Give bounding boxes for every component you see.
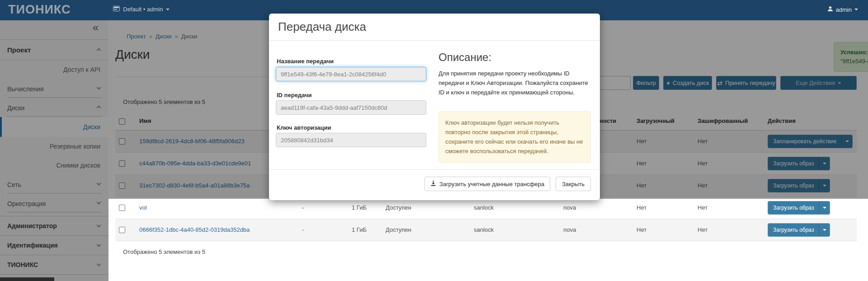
sidebar: « Проект Доступ к API Вычисления Диски Д…	[0, 20, 108, 281]
filter-button[interactable]: Фильтр	[633, 76, 659, 90]
sidebar-item-compute[interactable]: Вычисления	[7, 79, 101, 98]
table-row: 0666f352-1dbc-4a40-85d2-0319da352dba - 1…	[115, 219, 857, 241]
sidebar-item-backups[interactable]: Резервные копии	[0, 137, 108, 156]
volume-name-link[interactable]: 159df8cd-2619-4dc8-bf06-48f5fa906d23	[139, 138, 245, 145]
sidebar-item-volumes-group[interactable]: Диски	[7, 98, 101, 117]
cell-size: 1 ГиБ	[348, 219, 382, 241]
chevron-up-icon	[97, 48, 101, 52]
cell-bootable: Нет	[633, 174, 694, 197]
auth-key-input[interactable]	[276, 133, 426, 147]
breadcrumb-separator: »	[149, 33, 152, 40]
sidebar-section-project-label: Проект	[7, 46, 31, 54]
row-checkbox[interactable]	[119, 138, 125, 145]
sidebar-item-snapshots-label: Снимки дисков	[56, 162, 100, 169]
auth-key-label: Ключ авторизации	[277, 124, 331, 131]
sidebar-item-orchestration[interactable]: Оркестрация	[7, 194, 101, 213]
sidebar-item-backups-label: Резервные копии	[50, 143, 100, 150]
create-volume-button[interactable]: + Создать диск	[663, 76, 712, 90]
sidebar-item-compute-label: Вычисления	[7, 85, 44, 93]
chevron-down-icon	[97, 181, 101, 186]
modal-close-button[interactable]: Закрыть	[556, 177, 591, 191]
cell-encrypted: Нет	[694, 219, 764, 241]
column-header-bootable[interactable]: Загрузочный	[633, 112, 694, 130]
page-title: Диски	[115, 47, 150, 62]
row-action-button[interactable]: Загрузить образ	[768, 179, 819, 192]
chevron-up-icon	[97, 105, 101, 110]
row-action-button[interactable]: Запланировать действие	[768, 135, 841, 148]
select-all-checkbox[interactable]	[119, 118, 125, 125]
volume-name-link[interactable]: 31ec7302-d830-4e6f-b5a4-a01a88b3e75a	[139, 182, 250, 189]
transfer-disk-modal: Передача диска Название передачи ID пере…	[269, 14, 600, 200]
row-checkbox[interactable]	[119, 205, 125, 211]
breadcrumb: Проект»Диски»Диски	[127, 33, 197, 40]
transfer-id-label: ID передачи	[277, 92, 312, 98]
download-credentials-button[interactable]: Загрузить учетные данные трансфера	[425, 177, 550, 191]
project-context-label: Default • admin	[123, 6, 163, 13]
transfer-name-input[interactable]	[276, 67, 426, 81]
column-header-actions: Действия	[764, 112, 857, 130]
sidebar-item-network[interactable]: Сеть	[7, 175, 101, 194]
more-actions-button[interactable]: Еще Действия	[780, 76, 857, 90]
sidebar-item-api-access[interactable]: Доступ к API	[0, 60, 108, 79]
items-count-top: Отображено 5 элементов из 5	[123, 98, 205, 105]
chevron-down-icon	[823, 185, 826, 187]
user-menu[interactable]: admin	[827, 6, 858, 13]
sidebar-item-volumes-active[interactable]: Диски	[0, 117, 108, 137]
row-action-caret[interactable]	[819, 157, 830, 170]
row-checkbox[interactable]	[119, 183, 125, 189]
chevron-down-icon	[97, 85, 101, 90]
volume-name-link[interactable]: 0666f352-1dbc-4a40-85d2-0319da352dba	[139, 226, 250, 233]
breadcrumb-separator: »	[175, 33, 178, 40]
chevron-down-icon	[97, 200, 101, 205]
row-action-caret[interactable]	[819, 201, 830, 214]
breadcrumb-current: Диски	[181, 33, 198, 40]
breadcrumb-project[interactable]: Проект	[127, 33, 146, 40]
row-action-caret[interactable]	[819, 224, 830, 236]
project-card-icon	[113, 6, 120, 13]
cell-encrypted: Нет	[694, 197, 764, 219]
row-action-caret[interactable]	[841, 135, 852, 148]
sidebar-item-snapshots[interactable]: Снимки дисков	[0, 156, 108, 175]
accept-transfer-button[interactable]: ⇄ Принять передачу	[716, 76, 776, 90]
row-action-button[interactable]: Загрузить образ	[768, 224, 819, 236]
transfer-arrows-icon: ⇄	[717, 80, 722, 87]
sidebar-section-admin[interactable]: Администратор	[0, 216, 108, 236]
download-icon	[430, 180, 436, 187]
sidebar-section-tionix[interactable]: ТИОНИКС	[0, 255, 108, 275]
sidebar-section-admin-label: Администратор	[7, 222, 57, 229]
transfer-id-input[interactable]	[276, 100, 426, 115]
cell-bootable: Нет	[633, 219, 694, 241]
sidebar-collapse-icon[interactable]: «	[93, 21, 99, 34]
row-checkbox[interactable]	[119, 227, 125, 233]
chevron-down-icon	[823, 229, 826, 231]
items-count-bottom: Отображено 5 элементов из 5	[123, 248, 205, 255]
sidebar-section-project[interactable]: Проект	[0, 40, 108, 60]
chevron-down-icon	[166, 9, 170, 10]
row-action-button[interactable]: Загрузить образ	[768, 201, 819, 214]
sidebar-item-orchestration-label: Оркестрация	[7, 200, 46, 207]
cell-encrypted: Нет	[694, 130, 764, 152]
notification-title: Успешно:	[840, 49, 868, 56]
download-credentials-label: Загрузить учетные данные трансфера	[439, 181, 544, 187]
row-action-button[interactable]: Загрузить образ	[768, 157, 819, 170]
auth-key-warning: Ключ авторизации будет нельзя получить п…	[439, 111, 591, 163]
description-heading: Описание:	[439, 51, 491, 64]
sidebar-item-volumes-label: Диски	[83, 123, 100, 131]
transfer-name-label: Название передачи	[277, 58, 334, 65]
modal-title: Передача диска	[278, 20, 591, 34]
project-context-dropdown[interactable]: Default • admin	[113, 6, 170, 13]
breadcrumb-volumes[interactable]: Диски	[156, 33, 172, 40]
cell-encrypted: Нет	[694, 152, 764, 174]
cell-bootable: Нет	[633, 197, 694, 219]
cell-encrypted: Нет	[694, 174, 764, 197]
sidebar-section-identity[interactable]: Идентификация	[0, 236, 108, 255]
row-checkbox[interactable]	[119, 160, 125, 167]
volume-name-link[interactable]: vol	[139, 204, 147, 211]
chevron-down-icon	[823, 163, 826, 164]
cell-zone: nova	[560, 219, 633, 241]
column-header-encrypted[interactable]: Зашифрованный	[694, 112, 764, 130]
volume-name-link[interactable]: c44a870b-095e-4dda-ba33-d3e01cde9e01	[139, 160, 251, 167]
modal-footer: Загрузить учетные данные трансфера Закры…	[269, 169, 600, 170]
user-name-label: admin	[836, 6, 852, 13]
row-action-caret[interactable]	[819, 179, 830, 192]
